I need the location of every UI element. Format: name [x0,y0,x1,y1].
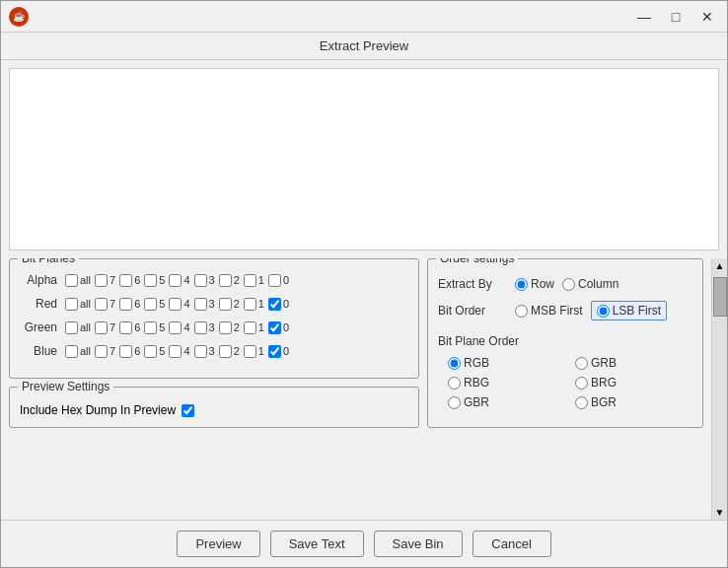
preview-button[interactable]: Preview [177,531,259,557]
blue-row: Blue all 7 6 5 4 3 2 1 0 [20,344,408,358]
window-title: Extract Preview [1,33,727,60]
green-row: Green all 7 6 5 4 3 2 1 0 [20,320,408,334]
plane-brg-option[interactable]: BRG [575,376,692,390]
alpha-2[interactable]: 2 [219,274,240,287]
main-window: ☕ — □ ✕ Extract Preview Bit Planes [0,0,728,568]
left-panel: Bit Planes Alpha all 7 6 5 4 3 [9,258,419,428]
red-label: Red [20,297,57,311]
bit-planes-grid: Alpha all 7 6 5 4 3 2 1 0 [20,273,408,358]
blue-2[interactable]: 2 [219,345,240,358]
alpha-0[interactable]: 0 [268,274,289,287]
right-panel: Order settings Extract By Row Column [427,258,703,428]
plane-rgb-label: RGB [464,356,489,370]
red-0[interactable]: 0 [268,298,289,311]
plane-gbr-option[interactable]: GBR [448,395,565,409]
lsb-first-option[interactable]: LSB First [591,301,667,320]
scroll-up-arrow[interactable]: ▲ [713,258,727,273]
alpha-label: Alpha [20,273,57,287]
blue-7[interactable]: 7 [95,345,115,358]
alpha-5[interactable]: 5 [144,274,165,287]
blue-all[interactable]: all [65,345,91,358]
alpha-1[interactable]: 1 [244,274,264,287]
close-button[interactable]: ✕ [695,5,719,29]
main-content: Bit Planes Alpha all 7 6 5 4 3 [1,258,711,428]
green-3[interactable]: 3 [194,321,215,334]
blue-5[interactable]: 5 [144,345,165,358]
plane-rgb-option[interactable]: RGB [448,356,565,370]
green-label: Green [20,320,57,334]
scroll-down-arrow[interactable]: ▼ [713,505,727,520]
red-all[interactable]: all [65,298,91,311]
alpha-6[interactable]: 6 [119,274,140,287]
bit-order-label: Bit Order [438,304,507,318]
blue-1[interactable]: 1 [244,345,264,358]
minimize-button[interactable]: — [632,5,656,29]
save-bin-button[interactable]: Save Bin [374,531,463,557]
plane-grb-option[interactable]: GRB [575,356,692,370]
order-settings-group: Order settings Extract By Row Column [427,258,703,428]
green-4[interactable]: 4 [169,321,189,334]
red-4[interactable]: 4 [169,298,189,311]
plane-rbg-label: RBG [464,376,489,390]
green-1[interactable]: 1 [244,321,264,334]
plane-bgr-label: BGR [591,395,617,409]
red-5[interactable]: 5 [144,298,165,311]
lsb-first-label: LSB First [613,304,661,318]
extract-by-row: Extract By Row Column [438,277,692,291]
footer: Preview Save Text Save Bin Cancel [1,520,727,567]
preview-settings-group: Preview Settings Include Hex Dump In Pre… [9,387,419,428]
hex-dump-row: Include Hex Dump In Preview [20,403,408,417]
red-row: Red all 7 6 5 4 3 2 1 0 [20,297,408,311]
red-7[interactable]: 7 [95,298,115,311]
red-1[interactable]: 1 [244,298,264,311]
preview-settings-title: Preview Settings [18,380,113,393]
title-bar-left: ☕ [9,7,29,27]
save-text-button[interactable]: Save Text [270,531,364,557]
content-area: Bit Planes Alpha all 7 6 5 4 3 [1,258,727,520]
hex-dump-checkbox[interactable] [182,404,194,417]
alpha-row: Alpha all 7 6 5 4 3 2 1 0 [20,273,408,287]
blue-4[interactable]: 4 [169,345,189,358]
green-2[interactable]: 2 [219,321,240,334]
alpha-3[interactable]: 3 [194,274,215,287]
title-bar: ☕ — □ ✕ [1,1,727,33]
plane-bgr-option[interactable]: BGR [575,395,692,409]
bit-plane-order-grid: RGB GRB RBG [448,356,692,409]
green-5[interactable]: 5 [144,321,165,334]
title-bar-controls: — □ ✕ [632,5,719,29]
blue-3[interactable]: 3 [194,345,215,358]
plane-grb-label: GRB [591,356,617,370]
app-icon: ☕ [9,7,29,27]
green-0[interactable]: 0 [268,321,289,334]
msb-first-option[interactable]: MSB First [515,304,583,318]
preview-area [9,68,719,250]
bit-plane-order-section: Bit Plane Order RGB GRB [438,334,692,409]
blue-6[interactable]: 6 [119,345,140,358]
green-all[interactable]: all [65,321,91,334]
extract-by-row-option[interactable]: Row [515,277,554,291]
cancel-button[interactable]: Cancel [473,531,551,557]
alpha-7[interactable]: 7 [95,274,115,287]
hex-dump-label: Include Hex Dump In Preview [20,403,176,417]
alpha-all[interactable]: all [65,274,91,287]
red-3[interactable]: 3 [194,298,215,311]
scrollbar-thumb[interactable] [713,277,727,317]
bit-planes-title: Bit Planes [18,258,79,265]
alpha-4[interactable]: 4 [169,274,189,287]
msb-first-label: MSB First [531,304,583,318]
green-6[interactable]: 6 [119,321,140,334]
plane-brg-label: BRG [591,376,617,390]
blue-0[interactable]: 0 [268,345,289,358]
maximize-button[interactable]: □ [664,5,688,29]
red-2[interactable]: 2 [219,298,240,311]
extract-by-column-label: Column [578,277,619,291]
bit-plane-order-label: Bit Plane Order [438,334,692,348]
plane-rbg-option[interactable]: RBG [448,376,565,390]
bit-planes-group: Bit Planes Alpha all 7 6 5 4 3 [9,258,419,379]
extract-by-row-label: Row [531,277,554,291]
extract-by-column-option[interactable]: Column [562,277,619,291]
scrollbar[interactable]: ▲ ▼ [711,258,727,520]
green-7[interactable]: 7 [95,321,115,334]
red-6[interactable]: 6 [119,298,140,311]
bit-order-row: Bit Order MSB First LSB First [438,301,692,320]
